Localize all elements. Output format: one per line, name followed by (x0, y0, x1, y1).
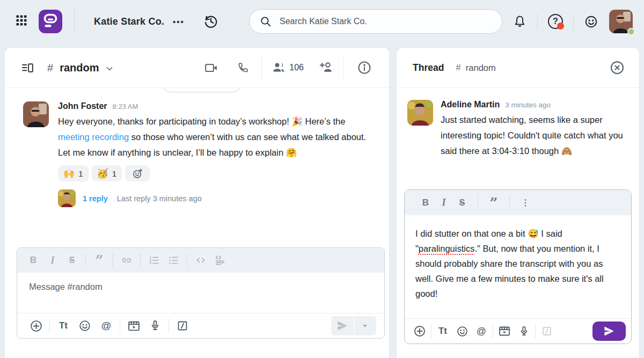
video-call-icon[interactable] (200, 61, 222, 75)
members-button[interactable]: 106 (272, 60, 304, 75)
divider (478, 196, 478, 210)
inline-code-button[interactable] (191, 254, 210, 266)
topbar: Katie Stark Co. ••• ? (0, 0, 644, 43)
message-list: John Foster 8:23 AM Hey everyone, thanks… (5, 88, 389, 207)
send-options-button[interactable] (354, 322, 377, 330)
blockquote-button[interactable]: ” (485, 199, 503, 207)
message: Adeline Martin 3 minutes ago Just starte… (407, 100, 627, 159)
message: John Foster 8:23 AM Hey everyone, thanks… (23, 101, 374, 207)
hash-icon: # (47, 62, 53, 74)
ordered-list-icon: 1 2 3 (148, 254, 160, 266)
text-format-toggle[interactable]: Tt (53, 320, 74, 331)
shortcuts-slash-icon[interactable] (537, 325, 557, 337)
member-count: 106 (289, 63, 304, 72)
avatar[interactable] (407, 100, 433, 126)
shortcuts-slash-icon[interactable] (172, 319, 193, 332)
italic-button[interactable]: I (435, 197, 453, 208)
composer-actions: Tt @ (17, 313, 384, 338)
divider (74, 8, 75, 35)
svg-text:3: 3 (150, 261, 152, 265)
message-timestamp: 8:23 AM (113, 103, 138, 111)
channel-panel: # random (4, 47, 390, 358)
reply-draft-text[interactable]: I did stutter on that one a bit 😅 I said… (405, 215, 631, 301)
thread-title: Thread (413, 62, 444, 74)
emoji-picker-icon[interactable] (452, 325, 472, 338)
reply-count-link[interactable]: 1 reply (83, 194, 108, 203)
channel-title[interactable]: # random (47, 62, 114, 74)
workspace-name[interactable]: Katie Stark Co. (94, 16, 164, 27)
text-format-toggle[interactable]: Tt (433, 326, 452, 337)
reaction-pill[interactable]: 🙌 1 (58, 165, 89, 181)
thread-reply-composer[interactable]: B I S ” I did stutter on that one a bit … (404, 189, 632, 344)
last-reply-time: Last reply 3 minutes ago (117, 194, 202, 203)
code-block-button[interactable] (210, 254, 230, 266)
add-person-icon[interactable] (316, 60, 337, 75)
help-icon[interactable]: ? (548, 14, 563, 29)
message-composer[interactable]: B I S ” 1 2 3 (17, 247, 385, 339)
phone-call-icon[interactable] (231, 61, 253, 75)
message-author[interactable]: Adeline Martin (441, 100, 500, 109)
divider (343, 56, 344, 79)
audio-message-icon[interactable] (144, 319, 166, 332)
avatar[interactable] (23, 101, 49, 127)
thread-panel: Thread # random (396, 47, 640, 358)
attach-plus-icon[interactable] (410, 325, 429, 338)
thread-summary[interactable]: 1 reply Last reply 3 minutes ago (58, 189, 378, 207)
channel-name: random (60, 62, 99, 74)
divider (85, 253, 86, 267)
reaction-pill[interactable]: 🥳 1 (92, 165, 122, 181)
sidebar-toggle-icon[interactable] (21, 61, 34, 75)
mention-button[interactable]: @ (472, 326, 491, 337)
audio-message-icon[interactable] (514, 325, 533, 338)
send-button-group (331, 316, 376, 335)
reaction-count: 1 (112, 169, 116, 178)
more-formatting-button[interactable] (516, 198, 535, 208)
apps-grid-icon[interactable] (15, 14, 28, 29)
workspace-more-button[interactable]: ••• (173, 17, 185, 26)
ordered-list-button[interactable]: 1 2 3 (144, 254, 164, 266)
user-avatar[interactable] (609, 10, 633, 33)
message-input[interactable]: Message #random (17, 273, 384, 301)
status-emoji-icon[interactable] (584, 14, 598, 29)
link-icon (121, 254, 133, 266)
italic-button[interactable]: I (43, 255, 62, 266)
reaction-emoji: 🥳 (97, 169, 108, 178)
close-thread-icon[interactable] (609, 60, 625, 76)
divider (113, 253, 113, 267)
bullet-list-button[interactable] (164, 254, 183, 266)
send-icon (336, 319, 349, 332)
video-message-icon[interactable] (495, 325, 514, 338)
chevron-down-icon (105, 64, 114, 73)
strikethrough-button[interactable]: S (453, 198, 471, 208)
strikethrough-button[interactable]: S (62, 255, 82, 265)
notifications-bell-icon[interactable] (513, 14, 527, 29)
search-bar[interactable] (249, 9, 502, 34)
add-reaction-button[interactable] (125, 165, 150, 181)
thread-header: Thread # random (397, 48, 639, 88)
send-reply-button[interactable] (592, 322, 626, 341)
emoji-picker-icon[interactable] (74, 319, 96, 332)
mention-button[interactable]: @ (96, 320, 117, 332)
caret-down-icon (361, 322, 369, 330)
send-button[interactable] (331, 319, 354, 332)
thread-channel-name: random (466, 63, 496, 73)
attach-plus-icon[interactable] (25, 319, 47, 333)
channel-info-icon[interactable] (354, 60, 375, 75)
blockquote-button[interactable]: ” (90, 257, 109, 264)
message-link[interactable]: meeting recording (58, 132, 129, 142)
message-author[interactable]: John Foster (58, 101, 107, 111)
divider (120, 318, 120, 333)
message-header: Adeline Martin 3 minutes ago (441, 100, 630, 109)
video-message-icon[interactable] (123, 319, 144, 333)
divider (169, 318, 169, 333)
history-icon[interactable] (203, 13, 219, 30)
send-icon (603, 325, 616, 338)
link-button[interactable] (117, 254, 136, 266)
divider (140, 253, 141, 267)
reply-avatar (58, 189, 76, 207)
bold-button[interactable]: B (24, 255, 43, 266)
search-input[interactable] (280, 17, 484, 26)
message-text: Hey everyone, thanks for participating i… (58, 114, 378, 160)
bold-button[interactable]: B (416, 198, 435, 208)
workspace-logo-icon[interactable] (39, 10, 62, 33)
